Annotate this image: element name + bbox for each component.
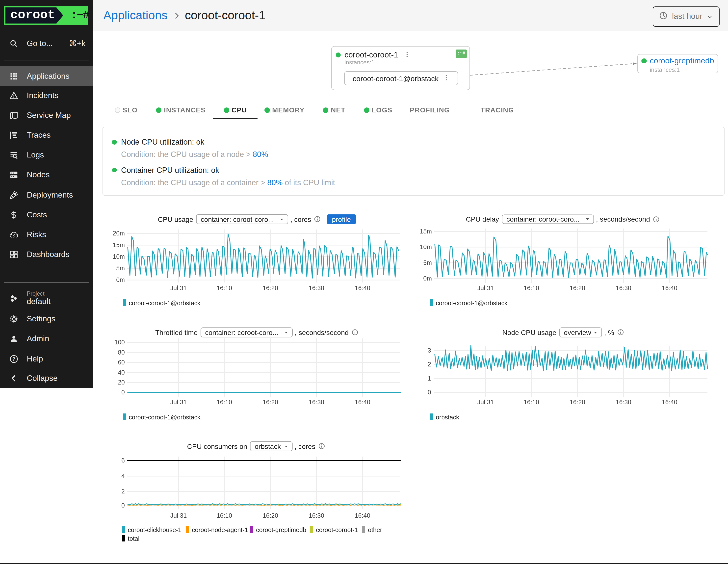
svg-text:16:20: 16:20 [263, 512, 278, 519]
svg-text:coroot-greptimedb: coroot-greptimedb [256, 526, 306, 533]
svg-text:other: other [368, 526, 382, 533]
svg-text:16:30: 16:30 [309, 512, 324, 519]
svg-text:16:10: 16:10 [524, 399, 539, 406]
svg-text:5m: 5m [116, 265, 125, 272]
svg-text:2: 2 [121, 488, 125, 495]
svg-text:16:40: 16:40 [355, 399, 370, 406]
svg-text:16:10: 16:10 [524, 284, 539, 291]
svg-text:16:10: 16:10 [217, 284, 232, 291]
svg-text:0m: 0m [423, 275, 432, 282]
svg-text:16:40: 16:40 [662, 284, 677, 291]
svg-text:coroot-coroot-1@orbstack: coroot-coroot-1@orbstack [129, 414, 201, 421]
svg-text:coroot-clickhouse-1: coroot-clickhouse-1 [128, 526, 182, 533]
svg-text:coroot-coroot-1@orbstack: coroot-coroot-1@orbstack [129, 300, 201, 307]
svg-text:16:30: 16:30 [309, 284, 324, 291]
svg-text:16:40: 16:40 [355, 284, 370, 291]
svg-text:16:20: 16:20 [263, 284, 278, 291]
svg-text:60: 60 [118, 359, 125, 366]
svg-text:0: 0 [428, 389, 431, 396]
svg-text:Jul 31: Jul 31 [477, 399, 494, 406]
svg-text:16:30: 16:30 [616, 284, 631, 291]
svg-text:16:10: 16:10 [217, 512, 232, 519]
svg-text:15m: 15m [113, 241, 125, 248]
svg-text:6: 6 [121, 457, 125, 464]
svg-text:16:20: 16:20 [570, 284, 585, 291]
svg-text:2: 2 [428, 361, 431, 368]
svg-text:16:40: 16:40 [355, 512, 370, 519]
svg-text:16:30: 16:30 [309, 399, 324, 406]
svg-text:Jul 31: Jul 31 [170, 399, 187, 406]
svg-text:coroot-coroot-1: coroot-coroot-1 [316, 526, 358, 533]
svg-text:4: 4 [121, 472, 125, 479]
svg-text:coroot-coroot-1@orbstack: coroot-coroot-1@orbstack [436, 300, 508, 307]
svg-text:3: 3 [428, 347, 431, 354]
svg-text:1: 1 [428, 375, 431, 382]
svg-text:?: ? [12, 356, 15, 361]
svg-text:5m: 5m [423, 259, 432, 266]
svg-text:coroot-node-agent-1: coroot-node-agent-1 [192, 526, 248, 533]
svg-text:16:10: 16:10 [217, 399, 232, 406]
svg-text:40: 40 [118, 369, 125, 376]
svg-text:16:20: 16:20 [263, 399, 278, 406]
svg-text:total: total [128, 535, 139, 542]
svg-text:16:40: 16:40 [662, 399, 677, 406]
svg-text:0: 0 [121, 502, 125, 509]
svg-text:16:30: 16:30 [616, 399, 631, 406]
svg-text:10m: 10m [420, 243, 432, 250]
svg-text:10m: 10m [113, 253, 125, 260]
svg-text:15m: 15m [420, 228, 432, 235]
svg-text:20: 20 [118, 379, 125, 386]
svg-text:orbstack: orbstack [436, 414, 459, 421]
svg-text:80: 80 [118, 349, 125, 356]
svg-text:0m: 0m [116, 276, 125, 283]
svg-text:100: 100 [114, 339, 125, 346]
svg-text:20m: 20m [113, 230, 125, 237]
svg-text:Jul 31: Jul 31 [477, 284, 494, 291]
svg-text:Jul 31: Jul 31 [170, 512, 187, 519]
svg-text:0: 0 [121, 389, 125, 396]
svg-text:16:20: 16:20 [570, 399, 585, 406]
svg-text:Jul 31: Jul 31 [170, 284, 187, 291]
